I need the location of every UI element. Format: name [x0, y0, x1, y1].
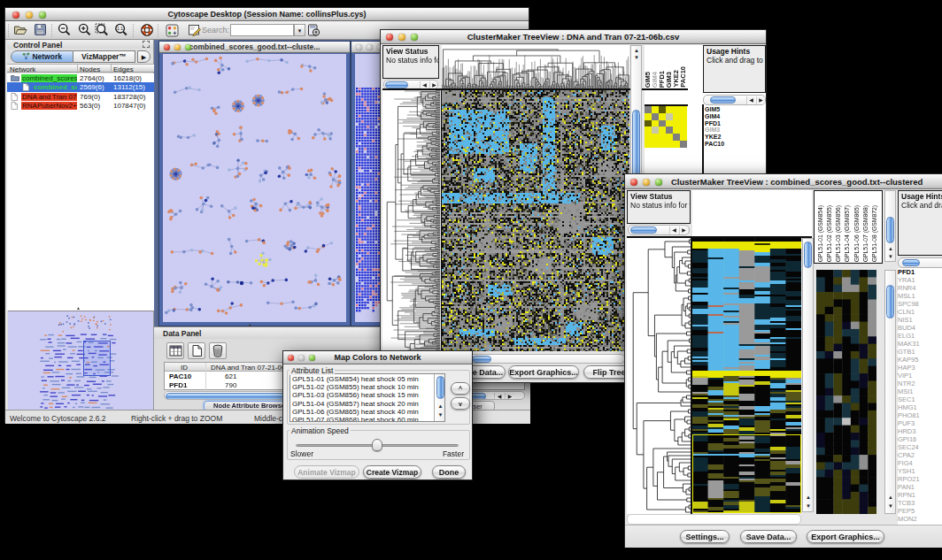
matrix-cell[interactable] — [645, 127, 652, 134]
network-row[interactable]: combined_sco2569(6)13112(15) — [7, 82, 154, 91]
tv2-row-label[interactable]: HMG1 — [898, 403, 942, 411]
matrix-cell[interactable] — [652, 134, 659, 141]
tv2-row-label[interactable]: MAK31 — [898, 340, 942, 348]
birdseye-view[interactable] — [8, 311, 153, 410]
matrix-cell[interactable] — [645, 134, 652, 141]
tv2-row-label[interactable]: RPN1 — [898, 491, 942, 499]
tv2-row-label[interactable]: PFD1 — [898, 268, 942, 276]
matrix-cell[interactable] — [645, 113, 652, 120]
tv2-row-label[interactable]: MSL1 — [898, 292, 942, 300]
maximize-icon[interactable] — [39, 12, 46, 19]
close-icon[interactable] — [12, 12, 19, 19]
zoom-selected-icon[interactable] — [95, 23, 110, 41]
tv1-row-label[interactable]: GIM5 — [705, 106, 766, 113]
attribute-list-item[interactable]: GPL51-06 (GSM865) heat shock 40 min — [292, 408, 434, 416]
scrollbar-thumb[interactable] — [902, 259, 920, 266]
matrix-cell[interactable] — [659, 134, 666, 141]
attr-col-id[interactable]: ID — [181, 364, 188, 372]
save-session-icon[interactable] — [34, 23, 47, 40]
close-icon[interactable] — [288, 355, 294, 361]
matrix-cell[interactable] — [645, 141, 652, 148]
animate-vizmap-button[interactable]: Animate Vizmap — [294, 465, 359, 479]
splitter-arrow-icon[interactable]: ▲ — [248, 322, 252, 327]
tv1-row-label[interactable]: PAC10 — [705, 141, 766, 148]
splitter-arrow-icon[interactable]: ▲ — [76, 305, 81, 311]
scroll-up-icon[interactable]: ▲ — [804, 494, 813, 502]
network-name[interactable]: combined_sco — [33, 83, 77, 91]
tv1-usage-scrollbar[interactable]: ◀ ▶ — [703, 95, 766, 105]
network-tree-empty-area[interactable] — [7, 111, 154, 311]
scroll-left-icon[interactable]: ◀ — [494, 393, 504, 400]
matrix-cell[interactable] — [645, 106, 652, 113]
tv2-heatmap-vscrollbar[interactable]: ▲ ▼ — [802, 238, 814, 512]
network-window-titlebar[interactable]: combined_scores_good.txt--cluste... — [159, 42, 350, 53]
zoom-fit-icon[interactable]: 1:1 — [114, 23, 128, 41]
matrix-cell[interactable] — [680, 120, 687, 127]
tv2-row-label[interactable]: PUF3 — [898, 419, 942, 427]
dialog-titlebar[interactable]: Map Colors to Network — [283, 351, 472, 364]
network-row[interactable]: combined_scores_2764(0)16218(0) — [7, 73, 154, 82]
tv2-row-label[interactable]: NTR2 — [898, 380, 942, 387]
tv2-titlebar[interactable]: ClusterMaker TreeView : combined_scores_… — [625, 174, 942, 189]
zoom-out-icon[interactable] — [58, 23, 72, 41]
col-header-edges[interactable]: Edges — [113, 65, 134, 73]
tv2-column-label[interactable]: GPL51-01 (GSM854) — [817, 205, 824, 262]
matrix-cell[interactable] — [666, 120, 673, 127]
tab-vizmapper[interactable]: VizMapper™ — [73, 50, 135, 63]
maximize-icon[interactable] — [411, 34, 418, 41]
maximize-icon[interactable] — [655, 179, 662, 186]
tv1-similarity-matrix[interactable] — [645, 106, 687, 148]
tv1-row-label[interactable]: PFD1 — [705, 120, 766, 127]
matrix-cell[interactable] — [680, 134, 687, 141]
scrollbar-thumb[interactable] — [632, 110, 640, 180]
tv1-row-dendrogram[interactable] — [382, 90, 440, 353]
tv2-column-label[interactable]: GPL51-07 (GSM868) — [862, 205, 869, 262]
search-options-icon[interactable] — [307, 23, 320, 41]
scroll-right-icon[interactable]: ▶ — [756, 96, 765, 104]
tv2-zoom-heatmap[interactable] — [816, 270, 876, 514]
tv2-row-label[interactable]: NIS1 — [898, 316, 942, 324]
scrollbar-thumb[interactable] — [886, 285, 894, 318]
scroll-up-icon[interactable]: ▲ — [436, 403, 445, 410]
tv2-row-label[interactable]: BUD4 — [898, 324, 942, 332]
minimize-icon[interactable] — [367, 44, 373, 50]
matrix-cell[interactable] — [659, 113, 666, 120]
matrix-cell[interactable] — [680, 113, 687, 120]
scroll-up-icon[interactable]: ▲ — [632, 47, 641, 54]
tv2-row-label[interactable]: TCB3 — [898, 499, 942, 507]
done-button[interactable]: Done — [432, 465, 466, 479]
tv2-row-label[interactable]: CLN1 — [898, 308, 942, 316]
tv2-row-label[interactable]: CPA2 — [898, 451, 942, 459]
tv2-row-label[interactable]: GPI16 — [898, 435, 942, 443]
matrix-cell[interactable] — [680, 127, 687, 134]
main-titlebar[interactable]: Cytoscape Desktop (Session Name: collins… — [5, 8, 529, 21]
matrix-cell[interactable] — [673, 141, 680, 148]
tv2-row-label[interactable]: SEC1 — [898, 395, 942, 403]
slider-thumb[interactable] — [372, 439, 382, 451]
scroll-up-icon[interactable]: ▲ — [886, 494, 895, 502]
minimize-icon[interactable] — [26, 12, 33, 19]
search-input[interactable] — [230, 24, 294, 36]
tv2-row-label[interactable]: FIG4 — [898, 459, 942, 467]
network-overview-icon[interactable] — [140, 23, 154, 41]
matrix-cell[interactable] — [652, 141, 659, 148]
network-name[interactable]: combined_scores_ — [21, 74, 77, 82]
maximize-icon[interactable] — [185, 44, 191, 50]
col-header-network[interactable]: Network — [10, 65, 35, 73]
network-canvas[interactable] — [163, 54, 346, 322]
tv2-row-label[interactable]: KAP95 — [898, 356, 942, 364]
vizmapper-icon[interactable] — [166, 24, 179, 41]
tv2-usage-scrollbar[interactable] — [898, 257, 942, 268]
scroll-down-icon[interactable]: ▼ — [436, 411, 445, 419]
matrix-cell[interactable] — [652, 120, 659, 127]
matrix-cell[interactable] — [666, 106, 673, 113]
maximize-icon[interactable] — [309, 355, 315, 361]
tv2-row-label[interactable]: SEC24 — [898, 443, 942, 451]
attribute-list-item[interactable]: GPL51-03 (GSM856) heat shock 15 min — [292, 391, 434, 399]
tv2-zoom-vscrollbar[interactable]: ▲ ▼ — [884, 270, 896, 514]
matrix-cell[interactable] — [659, 141, 666, 148]
attribute-list-item[interactable]: GPL51-01 (GSM854) heat shock 05 min — [292, 375, 434, 383]
matrix-cell[interactable] — [673, 127, 680, 134]
tv2-row-label[interactable]: YRA1 — [898, 276, 942, 284]
tv2-column-label[interactable]: GPL51-08 (GSM872) — [871, 205, 878, 262]
